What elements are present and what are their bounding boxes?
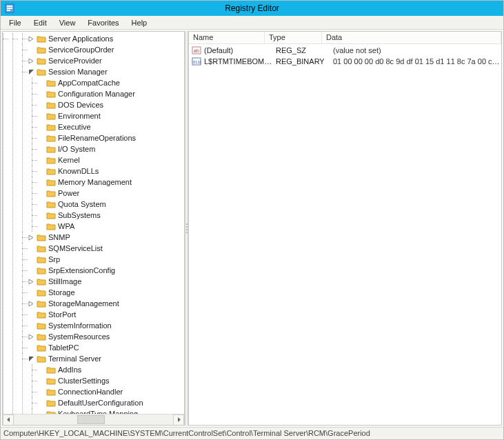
folder-icon xyxy=(37,321,46,330)
expand-closed-icon[interactable] xyxy=(28,300,35,308)
menu-view[interactable]: View xyxy=(54,17,81,28)
tree-item[interactable]: KeyboardType Mapping xyxy=(37,408,184,414)
tree-item[interactable]: SNMP xyxy=(28,232,184,243)
scroll-right-button[interactable] xyxy=(173,414,184,426)
tree-label: AppCompatCache xyxy=(58,79,120,87)
cell-name: L$RTMTIMEBOMB_132... xyxy=(204,57,276,66)
tree-label: ServiceProvider xyxy=(48,57,102,65)
list-row[interactable]: 0110 L$RTMTIMEBOMB_132... REG_BINARY 01 … xyxy=(189,56,501,67)
tree-item[interactable]: AddIns xyxy=(37,364,184,375)
menu-favorites[interactable]: Favorites xyxy=(82,17,124,28)
tree-item[interactable]: Srp xyxy=(28,254,184,265)
tree-item[interactable]: SQMServiceList xyxy=(28,243,184,254)
tree-item[interactable]: StillImage xyxy=(28,276,184,287)
folder-icon xyxy=(46,155,56,165)
tree-item[interactable]: Configuration Manager xyxy=(37,88,184,99)
tree-item[interactable]: SrpExtensionConfig xyxy=(28,265,184,276)
expand-open-icon[interactable] xyxy=(28,355,35,363)
tree-label: KeyboardType Mapping xyxy=(58,410,138,414)
tree-item[interactable]: SubSystems xyxy=(37,210,184,221)
window-title: Registry Editor xyxy=(1,3,503,13)
tree-item[interactable]: Server Applications xyxy=(28,33,184,44)
tree-label: SystemInformation xyxy=(48,321,112,330)
tree-item[interactable]: ServiceProvider xyxy=(28,55,184,66)
tree-label: KnownDLLs xyxy=(58,167,99,175)
menu-help[interactable]: Help xyxy=(126,17,153,28)
cell-data: (value not set) xyxy=(333,46,501,54)
folder-icon xyxy=(46,188,56,198)
tree-item-terminal-server[interactable]: Terminal Server xyxy=(28,353,184,364)
tree-item[interactable]: AppCompatCache xyxy=(37,77,184,88)
tree-hscroll[interactable] xyxy=(3,414,184,425)
list-header: Name Type Data xyxy=(189,32,501,44)
binary-value-icon: 0110 xyxy=(192,57,201,66)
folder-icon xyxy=(37,288,46,297)
menu-edit[interactable]: Edit xyxy=(28,17,52,28)
tree-item[interactable]: StorageManagement xyxy=(28,298,184,309)
tree-item[interactable]: SystemInformation xyxy=(28,320,184,331)
tree-item[interactable]: ConnectionHandler xyxy=(37,386,184,397)
tree-pane: Server Applications ServiceGroupOrder Se… xyxy=(2,31,185,426)
tree-label: SrpExtensionConfig xyxy=(48,266,115,274)
scroll-track[interactable] xyxy=(14,414,173,426)
folder-icon xyxy=(46,199,56,209)
tree-item[interactable]: Kernel xyxy=(37,154,184,166)
folder-icon xyxy=(46,166,56,176)
tree-item[interactable]: Storage xyxy=(28,287,184,298)
col-header-name[interactable]: Name xyxy=(189,32,265,43)
folder-icon xyxy=(37,232,46,242)
tree-item[interactable]: DOS Devices xyxy=(37,99,184,110)
tree-label: Quota System xyxy=(58,200,106,208)
folder-icon xyxy=(46,111,56,121)
tree-item[interactable]: TabletPC xyxy=(28,342,184,353)
tree-item[interactable]: SystemResources xyxy=(28,331,184,342)
tree-label: Executive xyxy=(58,123,91,131)
tree-item[interactable]: Power xyxy=(37,188,184,199)
tree-item[interactable]: WPA xyxy=(37,221,184,232)
client-area: Server Applications ServiceGroupOrder Se… xyxy=(1,30,503,427)
tree-label: DOS Devices xyxy=(58,101,103,109)
expand-closed-icon[interactable] xyxy=(28,35,35,43)
col-header-data[interactable]: Data xyxy=(322,32,501,43)
menubar: File Edit View Favorites Help xyxy=(1,16,503,30)
expand-closed-icon[interactable] xyxy=(28,57,35,65)
folder-icon xyxy=(46,409,56,414)
scroll-left-button[interactable] xyxy=(3,414,14,426)
list-row[interactable]: ab (Default) REG_SZ (value not set) xyxy=(189,45,501,56)
folder-icon xyxy=(46,133,56,143)
expand-closed-icon[interactable] xyxy=(28,278,35,286)
tree-label: I/O System xyxy=(58,145,95,153)
cell-type: REG_BINARY xyxy=(276,57,333,66)
tree-item[interactable]: KnownDLLs xyxy=(37,166,184,177)
scroll-thumb[interactable] xyxy=(77,415,105,424)
col-header-type[interactable]: Type xyxy=(265,32,322,43)
folder-icon xyxy=(46,78,56,88)
tree-item[interactable]: Executive xyxy=(37,121,184,132)
tree-item[interactable]: DefaultUserConfiguration xyxy=(37,397,184,408)
tree-item[interactable]: I/O System xyxy=(37,143,184,154)
tree-label: SQMServiceList xyxy=(48,244,103,252)
tree-label: Srp xyxy=(48,255,60,263)
tree-item[interactable]: Quota System xyxy=(37,199,184,210)
statusbar: Computer\HKEY_LOCAL_MACHINE\SYSTEM\Curre… xyxy=(1,427,503,439)
tree-item[interactable]: ServiceGroupOrder xyxy=(28,44,184,55)
tree-item[interactable]: ClusterSettings xyxy=(37,375,184,386)
menu-file[interactable]: File xyxy=(3,17,27,28)
expand-closed-icon[interactable] xyxy=(28,234,35,241)
expand-closed-icon[interactable] xyxy=(28,333,35,341)
tree-item[interactable]: StorPort xyxy=(28,309,184,320)
folder-icon xyxy=(37,299,46,308)
folder-icon xyxy=(46,89,56,99)
tree-item[interactable]: Memory Management xyxy=(37,177,184,188)
tree-label: WPA xyxy=(58,222,74,230)
tree-item[interactable]: Environment xyxy=(37,110,184,121)
list-body[interactable]: ab (Default) REG_SZ (value not set) 0110… xyxy=(189,44,501,425)
tree-scroll[interactable]: Server Applications ServiceGroupOrder Se… xyxy=(3,32,184,414)
tree-item-session-manager[interactable]: Session Manager xyxy=(28,66,184,77)
folder-icon xyxy=(37,45,46,54)
folder-icon xyxy=(46,221,56,231)
tree-label: Session Manager xyxy=(48,68,108,76)
expand-open-icon[interactable] xyxy=(28,68,35,76)
tree-item[interactable]: FileRenameOperations xyxy=(37,132,184,143)
folder-icon xyxy=(46,398,56,408)
